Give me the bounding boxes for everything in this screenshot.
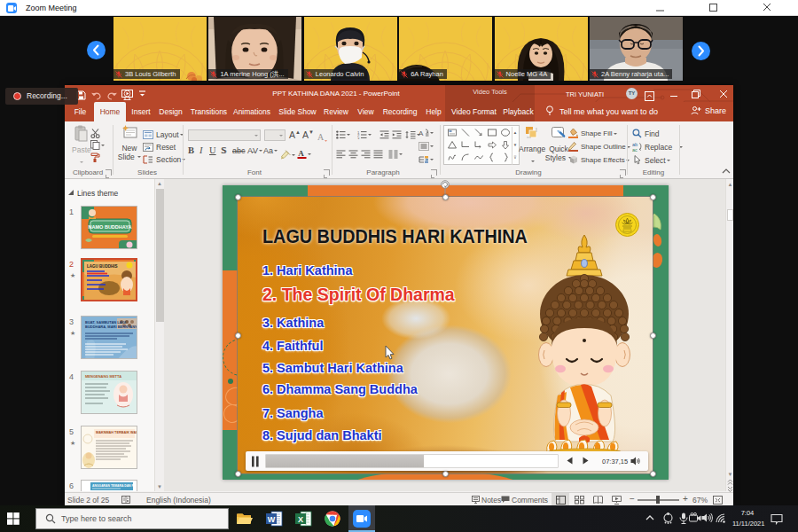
volume-icon[interactable] xyxy=(630,456,642,466)
ribbon-tab-help[interactable]: Help xyxy=(422,102,445,121)
shrink-font-button[interactable]: A▼ xyxy=(302,129,314,140)
tray-show-hidden-icon[interactable] xyxy=(645,512,655,523)
move-forward-icon[interactable] xyxy=(582,457,590,466)
zoom-in-button[interactable]: + xyxy=(683,494,688,504)
tray-network-icon[interactable] xyxy=(715,512,726,523)
strikethrough-button[interactable]: abc xyxy=(232,146,246,155)
status-comments[interactable]: Comments xyxy=(501,496,548,505)
spellcheck-icon[interactable] xyxy=(121,495,131,505)
editor-scrollbar-thumb[interactable] xyxy=(727,209,733,221)
account-avatar[interactable]: TY xyxy=(626,88,638,99)
panel-slide-thumbnail-6[interactable]: ANGGARAN TEMARA DAN PANCASILA xyxy=(81,480,137,491)
view-normal-icon[interactable] xyxy=(556,496,566,505)
grow-font-button[interactable]: A▲ xyxy=(289,129,301,140)
select-button[interactable]: Select xyxy=(632,153,670,168)
editor-scrollbar[interactable]: ▲ ▼ xyxy=(725,179,733,491)
zoom-minimize-button[interactable] xyxy=(641,0,680,16)
panel-theme-header[interactable]: Lines theme xyxy=(68,189,118,198)
participant-video[interactable]: 2A Benny raharja uta... xyxy=(590,17,683,81)
arrange-button[interactable]: Arrange xyxy=(519,125,545,169)
previous-slide-icon[interactable] xyxy=(727,479,733,486)
clear-formatting-button[interactable]: A xyxy=(317,129,328,145)
ribbon-tab-animations[interactable]: Animations xyxy=(231,102,272,121)
selection-handle[interactable] xyxy=(235,194,241,200)
character-spacing-button[interactable]: A̵V xyxy=(247,146,262,155)
selection-handle[interactable] xyxy=(650,471,656,477)
paste-button[interactable]: Paste xyxy=(72,125,91,170)
increase-indent-button[interactable] xyxy=(392,127,402,143)
ribbon-tab-insert[interactable]: Insert xyxy=(129,102,153,121)
decrease-indent-button[interactable] xyxy=(379,127,389,143)
taskbar-clock[interactable]: 7:04 11/11/2021 xyxy=(732,508,763,529)
ribbon-tab-transitions[interactable]: Transitions xyxy=(188,102,230,121)
font-size-combo[interactable] xyxy=(264,129,286,141)
excel-taskbar-icon[interactable]: X xyxy=(293,509,313,528)
panel-slide-thumbnail-3[interactable]: BUAT, SAMBUTAN LAGIBUDDHARA, MARI BERNYA… xyxy=(81,316,137,359)
view-reading-icon[interactable] xyxy=(593,496,603,505)
zoom-out-button[interactable]: − xyxy=(630,494,635,504)
participant-video[interactable]: Leonardo Calvin xyxy=(304,17,397,81)
section-button[interactable]: Section xyxy=(143,152,185,168)
panel-slide-thumbnail-4[interactable]: MENGENANG METTA xyxy=(81,371,137,414)
selection-handle[interactable] xyxy=(650,194,656,200)
ppt-restore-button[interactable] xyxy=(683,85,709,102)
file-explorer-taskbar-icon[interactable] xyxy=(234,509,254,528)
justify-button[interactable] xyxy=(373,146,383,162)
ppt-close-button[interactable] xyxy=(710,85,737,102)
selection-handle[interactable] xyxy=(235,471,241,477)
status-language[interactable]: English (Indonesia) xyxy=(146,496,211,505)
change-case-button[interactable]: Aa xyxy=(263,146,278,155)
status-slide-number[interactable]: Slide 2 of 25 xyxy=(67,496,109,505)
action-center-icon[interactable] xyxy=(771,513,783,525)
tray-sync-icon[interactable] xyxy=(662,512,674,524)
convert-smartart-button[interactable] xyxy=(419,152,434,168)
paragraph-dialog-launcher[interactable] xyxy=(431,169,437,176)
format-painter-button[interactable] xyxy=(90,150,100,166)
strip-next-arrow[interactable] xyxy=(692,42,710,60)
participant-video[interactable]: Noelle MG 4A xyxy=(495,17,588,81)
text-shadow-button[interactable]: S xyxy=(221,145,226,155)
zoom-close-button[interactable] xyxy=(748,0,787,16)
tellme-box[interactable]: Tell me what you want to do xyxy=(545,102,658,121)
account-name[interactable]: TRI YUNIATI xyxy=(566,90,604,98)
move-back-icon[interactable] xyxy=(566,457,574,466)
pause-icon[interactable] xyxy=(251,456,260,467)
strip-prev-arrow[interactable] xyxy=(87,41,106,59)
word-taskbar-icon[interactable]: W xyxy=(264,509,284,528)
font-dialog-launcher[interactable] xyxy=(324,169,330,176)
ribbon-tab-video-format[interactable]: Video Format xyxy=(449,102,499,121)
ribbon-tab-home[interactable]: Home xyxy=(94,102,126,121)
bold-button[interactable]: B xyxy=(188,145,194,155)
video-progress-track[interactable] xyxy=(265,454,559,468)
tray-speaker-icon[interactable] xyxy=(701,512,713,523)
ribbon-tab-view[interactable]: View xyxy=(354,102,378,121)
align-right-button[interactable] xyxy=(361,146,371,162)
panel-slide-thumbnail-5[interactable]: MAKNMAH TERBAIK WAISAKHE xyxy=(81,426,137,469)
start-button[interactable] xyxy=(7,512,20,528)
editor-scroll-up-icon[interactable]: ▲ xyxy=(726,180,734,189)
italic-button[interactable]: I xyxy=(200,145,203,155)
align-center-button[interactable] xyxy=(348,146,358,162)
zoom-slider-thumb[interactable] xyxy=(656,496,660,504)
chrome-taskbar-icon[interactable] xyxy=(323,509,342,528)
bullets-button[interactable] xyxy=(336,127,350,143)
share-button[interactable]: Share xyxy=(691,102,726,121)
editor-scroll-down-icon[interactable]: ▼ xyxy=(726,470,734,479)
panel-scrollbar-thumb[interactable] xyxy=(156,189,164,322)
participant-video[interactable]: 1A merine Hong (洪... xyxy=(208,17,301,81)
font-name-combo[interactable] xyxy=(188,129,261,141)
clipboard-dialog-launcher[interactable] xyxy=(106,169,112,176)
highlight-color-button[interactable] xyxy=(280,147,295,163)
view-slideshow-icon[interactable] xyxy=(612,496,622,505)
view-slide-sorter-icon[interactable] xyxy=(575,496,584,505)
ribbon-tab-playback[interactable]: Playback xyxy=(501,102,536,121)
panel-scroll-down-icon[interactable]: ▼ xyxy=(155,482,164,491)
panel-slide-thumbnail-1[interactable]: NAMO BUDDHAYA xyxy=(81,206,137,249)
status-notes[interactable]: Notes xyxy=(472,496,501,505)
ribbon-tab-design[interactable]: Design xyxy=(158,102,184,121)
selection-handle[interactable] xyxy=(235,332,241,339)
collapse-ribbon-icon[interactable] xyxy=(722,168,731,176)
participant-video[interactable]: 3B Louis Gilberth xyxy=(113,17,207,81)
selection-handle[interactable] xyxy=(650,332,656,339)
status-zoom-percent[interactable]: 67% xyxy=(692,496,708,505)
